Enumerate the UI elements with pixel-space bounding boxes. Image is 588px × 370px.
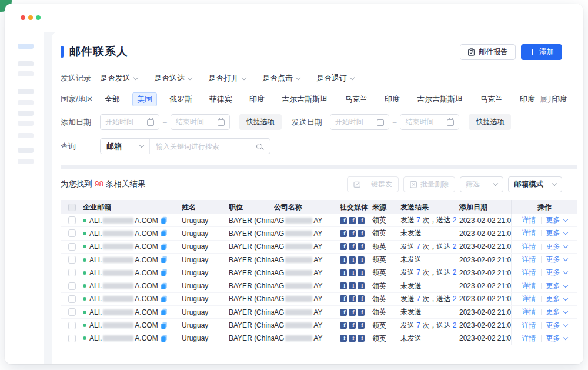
copy-icon[interactable] — [161, 282, 168, 290]
more-link[interactable]: 更多 — [546, 242, 567, 252]
facebook-icon[interactable]: f — [340, 243, 347, 250]
facebook-icon[interactable]: f — [340, 295, 347, 302]
more-link[interactable]: 更多 — [546, 321, 567, 331]
facebook-icon[interactable]: f — [349, 230, 356, 237]
more-link[interactable]: 更多 — [546, 334, 567, 344]
region-tag[interactable]: 全部 — [100, 92, 125, 106]
detail-link[interactable]: 详情 — [522, 255, 536, 265]
detail-link[interactable]: 详情 — [522, 281, 536, 291]
copy-icon[interactable] — [161, 256, 168, 264]
facebook-icon[interactable]: f — [340, 269, 347, 276]
facebook-icon[interactable]: f — [358, 243, 365, 250]
detail-link[interactable]: 详情 — [522, 215, 536, 225]
facebook-icon[interactable]: f — [358, 217, 365, 224]
facebook-icon[interactable]: f — [349, 256, 356, 264]
sidebar-item[interactable] — [18, 159, 34, 164]
sidebar-item[interactable] — [18, 71, 34, 76]
filter-dropdown[interactable]: 是否打开 — [208, 73, 246, 84]
region-tag[interactable]: 美国 — [132, 92, 157, 106]
facebook-icon[interactable]: f — [358, 322, 365, 329]
detail-link[interactable]: 详情 — [522, 242, 536, 252]
sidebar-item[interactable] — [18, 121, 34, 126]
detail-link[interactable]: 详情 — [522, 307, 536, 317]
more-link[interactable]: 更多 — [546, 281, 567, 291]
copy-icon[interactable] — [161, 308, 168, 316]
facebook-icon[interactable]: f — [358, 309, 365, 316]
row-checkbox[interactable] — [68, 322, 76, 329]
add-date-quick-options-button[interactable]: 快捷选项 — [239, 114, 282, 130]
facebook-icon[interactable]: f — [358, 230, 365, 237]
expand-toggle[interactable]: 展开 — [540, 94, 562, 105]
select-all-checkbox[interactable] — [68, 204, 76, 211]
more-link[interactable]: 更多 — [546, 307, 567, 317]
row-checkbox[interactable] — [68, 269, 76, 276]
filter-dropdown[interactable]: 是否点击 — [262, 73, 300, 84]
mailbox-mode-select[interactable]: 邮箱模式 — [508, 176, 562, 192]
mail-report-button[interactable]: 邮件报告 — [460, 44, 516, 60]
filter-dropdown[interactable]: 是否发送 — [100, 73, 138, 84]
copy-icon[interactable] — [161, 229, 168, 237]
window-zoom-button[interactable] — [36, 15, 41, 20]
filter-dropdown[interactable]: 是否退订 — [316, 73, 354, 84]
add-date-start-input[interactable]: 开始时间 — [100, 114, 159, 130]
facebook-icon[interactable]: f — [349, 269, 356, 276]
row-checkbox[interactable] — [68, 243, 76, 251]
bulk-send-button[interactable]: 一键群发 — [347, 176, 399, 192]
facebook-icon[interactable]: f — [349, 282, 356, 289]
facebook-icon[interactable]: f — [358, 269, 365, 276]
sidebar-item[interactable] — [18, 148, 34, 153]
detail-link[interactable]: 详情 — [522, 268, 536, 278]
send-date-end-input[interactable]: 结束时间 — [400, 114, 459, 130]
sidebar-item[interactable] — [18, 100, 34, 105]
send-date-quick-options-button[interactable]: 快捷选项 — [469, 114, 511, 130]
facebook-icon[interactable]: f — [340, 217, 347, 224]
facebook-icon[interactable]: f — [349, 295, 356, 302]
region-tag[interactable]: 乌克兰 — [475, 92, 507, 106]
window-minimize-button[interactable] — [28, 15, 33, 20]
region-tag[interactable]: 乌克兰 — [340, 92, 372, 106]
facebook-icon[interactable]: f — [340, 256, 347, 264]
facebook-icon[interactable]: f — [349, 243, 356, 250]
facebook-icon[interactable]: f — [340, 282, 347, 289]
filter-dropdown[interactable]: 是否送达 — [154, 73, 192, 84]
facebook-icon[interactable]: f — [358, 295, 365, 302]
region-tag[interactable]: 俄罗斯 — [165, 92, 197, 106]
facebook-icon[interactable]: f — [358, 335, 365, 342]
bulk-delete-button[interactable]: 批量删除 — [403, 176, 455, 192]
row-checkbox[interactable] — [68, 335, 76, 342]
more-link[interactable]: 更多 — [546, 268, 567, 278]
more-link[interactable]: 更多 — [546, 255, 567, 265]
sidebar-item[interactable] — [18, 133, 34, 138]
facebook-icon[interactable]: f — [349, 322, 356, 329]
detail-link[interactable]: 详情 — [522, 228, 536, 238]
copy-icon[interactable] — [161, 322, 168, 329]
sidebar-item[interactable] — [18, 111, 34, 116]
detail-link[interactable]: 详情 — [522, 334, 536, 344]
query-field-select[interactable]: 邮箱 — [101, 139, 150, 154]
detail-link[interactable]: 详情 — [522, 294, 536, 304]
region-tag[interactable]: 吉尔吉斯斯坦 — [580, 92, 583, 106]
region-tag[interactable]: 菲律宾 — [205, 92, 237, 106]
sidebar-item[interactable] — [18, 61, 34, 66]
copy-icon[interactable] — [161, 216, 168, 224]
facebook-icon[interactable]: f — [349, 217, 356, 224]
facebook-icon[interactable]: f — [340, 309, 347, 316]
copy-icon[interactable] — [161, 295, 168, 303]
more-link[interactable]: 更多 — [546, 215, 567, 225]
row-checkbox[interactable] — [68, 216, 76, 224]
row-checkbox[interactable] — [68, 308, 76, 316]
facebook-icon[interactable]: f — [358, 256, 365, 264]
facebook-icon[interactable]: f — [358, 282, 365, 289]
region-tag[interactable]: 印度 — [245, 92, 269, 106]
row-checkbox[interactable] — [68, 256, 76, 264]
add-date-end-input[interactable]: 结束时间 — [171, 114, 230, 130]
row-checkbox[interactable] — [68, 282, 76, 290]
add-button[interactable]: 添加 — [521, 44, 562, 60]
row-checkbox[interactable] — [68, 295, 76, 303]
facebook-icon[interactable]: f — [340, 322, 347, 329]
more-link[interactable]: 更多 — [546, 228, 567, 238]
facebook-icon[interactable]: f — [340, 230, 347, 237]
facebook-icon[interactable]: f — [340, 335, 347, 342]
row-checkbox[interactable] — [68, 229, 76, 237]
copy-icon[interactable] — [161, 335, 168, 342]
